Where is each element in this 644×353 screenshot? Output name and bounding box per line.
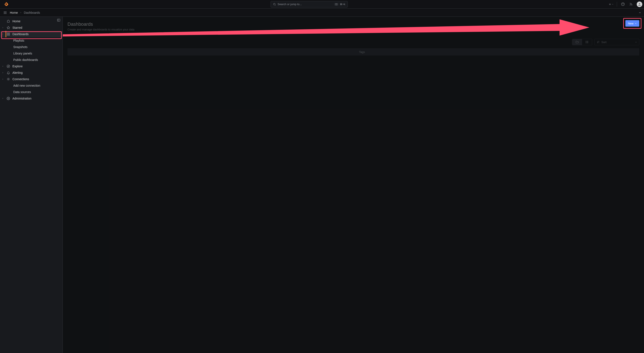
nav-administration-label: Administration — [12, 97, 32, 100]
sort-select[interactable]: Sort — [594, 39, 639, 45]
help-icon — [621, 2, 625, 6]
nav-alerting[interactable]: Alerting — [0, 70, 62, 76]
nav-administration[interactable]: Administration — [0, 95, 62, 102]
sidebar: Home Starred Dashboards Playlists Snapsh… — [0, 17, 63, 353]
dashboard-toolbar: Sort — [68, 39, 639, 45]
home-icon — [6, 20, 11, 23]
svg-marker-19 — [7, 26, 10, 29]
nav-library-panels[interactable]: Library panels — [0, 50, 62, 57]
nav-starred-label: Starred — [12, 26, 22, 29]
plug-icon — [6, 77, 11, 81]
hamburger-icon — [3, 11, 7, 15]
breadcrumb-home[interactable]: Home — [10, 11, 18, 14]
view-list-button[interactable] — [582, 39, 592, 45]
nav-public-dashboards[interactable]: Public dashboards — [0, 57, 62, 63]
search-kbd-hint: ⌘+k — [334, 3, 345, 6]
main-content: New Dashboards Create and manage dashboa… — [63, 17, 644, 353]
nav-starred[interactable]: Starred — [0, 25, 62, 31]
chevron-down-icon — [612, 4, 614, 5]
search-icon — [273, 3, 276, 6]
svg-point-0 — [273, 3, 275, 5]
svg-rect-7 — [336, 5, 337, 5]
rss-icon — [629, 3, 633, 6]
svg-point-6 — [337, 4, 337, 4]
svg-line-1 — [275, 5, 276, 5]
breadcrumb-separator-icon — [20, 12, 22, 14]
grafana-logo-icon[interactable] — [4, 2, 9, 7]
user-icon — [638, 2, 642, 6]
sort-icon — [597, 41, 600, 44]
menu-toggle-button[interactable] — [2, 10, 8, 15]
svg-point-11 — [622, 5, 623, 5]
nav-playlists[interactable]: Playlists — [0, 37, 62, 44]
chevron-down-icon — [635, 23, 637, 25]
svg-point-5 — [336, 4, 337, 4]
news-button[interactable] — [627, 1, 634, 8]
chevron-right-icon — [1, 72, 4, 74]
chevron-down-icon — [1, 33, 4, 35]
chevron-up-icon — [638, 11, 642, 14]
svg-point-26 — [8, 79, 9, 80]
svg-point-12 — [630, 5, 630, 5]
bell-icon — [6, 71, 11, 74]
nav-dashboards-label: Dashboards — [12, 32, 29, 36]
svg-point-27 — [8, 98, 9, 99]
nav-home[interactable]: Home — [0, 18, 62, 25]
view-mode-toggle — [572, 39, 592, 45]
chevron-right-icon — [1, 27, 4, 29]
svg-rect-2 — [335, 4, 338, 5]
nav-home-label: Home — [12, 20, 20, 23]
svg-rect-22 — [7, 34, 8, 35]
chevron-right-icon — [1, 65, 4, 67]
svg-rect-20 — [7, 33, 8, 34]
nav-add-connection[interactable]: Add new connection — [0, 82, 62, 89]
nav-explore-label: Explore — [12, 65, 22, 68]
list-header-row: Tags — [68, 48, 639, 56]
gear-icon — [6, 97, 11, 100]
svg-point-13 — [639, 3, 640, 4]
topbar-divider — [617, 2, 617, 7]
nav-explore[interactable]: Explore — [0, 63, 62, 70]
search-placeholder: Search or jump to... — [278, 3, 302, 6]
svg-rect-23 — [8, 34, 10, 35]
nav-dashboards[interactable]: Dashboards — [0, 31, 62, 37]
star-icon — [6, 26, 11, 29]
help-button[interactable] — [619, 1, 626, 8]
view-folders-button[interactable] — [572, 39, 582, 45]
topbar: Search or jump to... ⌘+k — [0, 0, 644, 9]
svg-rect-21 — [8, 33, 10, 34]
nav-connections[interactable]: Connections — [0, 76, 62, 82]
new-dashboard-button[interactable]: New — [625, 20, 639, 27]
breadcrumb-current: Dashboards — [24, 11, 40, 14]
annotation-dim-overlay — [63, 17, 644, 353]
page-title: Dashboards — [68, 22, 639, 27]
nav-snapshots[interactable]: Snapshots — [0, 44, 62, 50]
nav-alerting-label: Alerting — [12, 71, 22, 74]
svg-point-31 — [586, 41, 586, 41]
svg-point-32 — [586, 42, 586, 42]
chevron-down-icon — [1, 78, 4, 80]
svg-marker-25 — [8, 66, 9, 67]
svg-point-24 — [7, 65, 10, 68]
global-search[interactable]: Search or jump to... ⌘+k — [270, 1, 348, 8]
add-menu-button[interactable] — [607, 1, 615, 8]
nav-data-sources[interactable]: Data sources — [0, 89, 62, 95]
page-subtitle: Create and manage dashboards to visualiz… — [68, 28, 639, 31]
plus-icon — [608, 3, 612, 6]
kiosk-toggle-button[interactable] — [638, 11, 642, 14]
folder-icon — [576, 40, 579, 44]
chevron-right-icon — [1, 98, 4, 99]
compass-icon — [6, 65, 11, 68]
svg-point-3 — [336, 4, 336, 4]
column-tags: Tags — [359, 50, 365, 54]
dashboard-icon — [6, 32, 11, 36]
breadcrumb-bar: Home Dashboards — [0, 9, 644, 17]
user-avatar[interactable] — [637, 2, 642, 7]
keyboard-frame-icon — [334, 3, 338, 6]
nav-connections-label: Connections — [12, 77, 29, 81]
chevron-down-icon — [635, 41, 637, 43]
list-icon — [585, 40, 589, 44]
